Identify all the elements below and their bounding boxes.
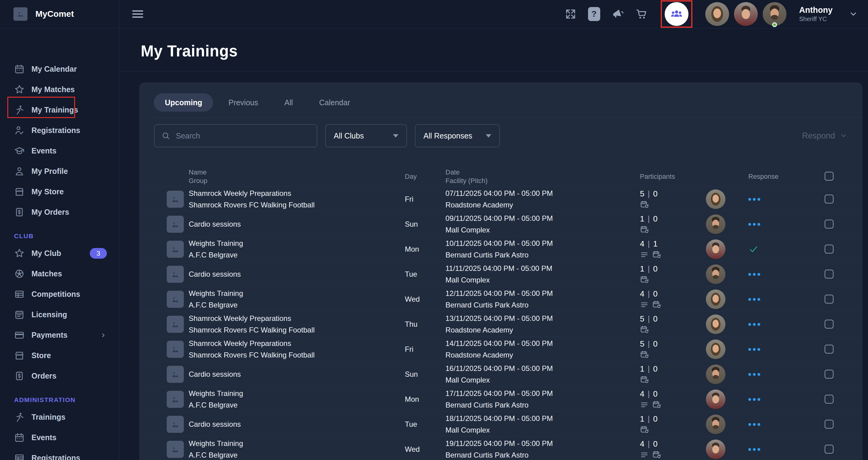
sidebar-item-my-orders[interactable]: My Orders: [0, 202, 119, 222]
training-thumbnail-image-icon: [167, 391, 184, 408]
sidebar-item-matches[interactable]: Matches: [0, 264, 119, 284]
calendar-sync-icon[interactable]: [640, 200, 649, 209]
sidebar-item-my-trainings[interactable]: My Trainings: [0, 100, 119, 120]
agenda-list-icon[interactable]: [640, 400, 649, 409]
tab-upcoming[interactable]: Upcoming: [154, 93, 213, 112]
calendar-sync-icon[interactable]: [652, 300, 661, 309]
row-checkbox[interactable]: [825, 295, 834, 303]
response-menu-button[interactable]: [748, 448, 760, 451]
sidebar-item-store[interactable]: Store: [0, 345, 119, 366]
help-icon[interactable]: ?: [588, 7, 600, 21]
training-name[interactable]: Weights Training: [189, 289, 390, 298]
sidebar-item-events[interactable]: Events: [0, 427, 119, 448]
training-name[interactable]: Shamrock Weekly Preparations: [189, 314, 390, 323]
respond-button-disabled[interactable]: Respond: [802, 131, 848, 141]
row-checkbox[interactable]: [825, 220, 834, 228]
participant-avatar[interactable]: [706, 239, 725, 259]
training-name[interactable]: Weights Training: [189, 389, 390, 398]
group-avatar-button[interactable]: [665, 2, 688, 26]
training-name[interactable]: Cardio sessions: [189, 420, 390, 429]
training-name[interactable]: Cardio sessions: [189, 270, 390, 278]
fullscreen-icon[interactable]: [564, 8, 577, 21]
sidebar-item-my-store[interactable]: My Store: [0, 182, 119, 202]
response-menu-button[interactable]: [748, 423, 760, 426]
calendar-sync-icon[interactable]: [640, 350, 649, 359]
row-checkbox[interactable]: [825, 270, 834, 278]
topbar-avatar-young-man[interactable]: [734, 2, 758, 26]
training-name[interactable]: Weights Training: [189, 439, 390, 448]
sidebar-item-my-calendar[interactable]: My Calendar: [0, 59, 119, 79]
training-name[interactable]: Weights Training: [189, 239, 390, 248]
row-checkbox[interactable]: [825, 345, 834, 354]
row-checkbox[interactable]: [825, 370, 834, 379]
response-menu-button[interactable]: [748, 223, 760, 226]
tab-calendar[interactable]: Calendar: [308, 93, 361, 112]
sidebar-item-competitions[interactable]: Competitions: [0, 284, 119, 304]
sidebar-item-licensing[interactable]: Licensing: [0, 304, 119, 325]
sidebar-item-my-profile[interactable]: My Profile: [0, 161, 119, 182]
agenda-list-icon[interactable]: [640, 300, 649, 309]
training-name[interactable]: Shamrock Weekly Preparations: [189, 339, 390, 348]
row-checkbox[interactable]: [825, 395, 834, 403]
tab-all[interactable]: All: [273, 93, 304, 112]
response-menu-button[interactable]: [748, 298, 760, 301]
participant-avatar[interactable]: [706, 415, 725, 434]
participant-avatar[interactable]: [706, 390, 725, 409]
participant-avatar[interactable]: [706, 315, 725, 334]
sidebar-item-events[interactable]: Events: [0, 141, 119, 161]
participant-avatar[interactable]: [706, 290, 725, 309]
training-name[interactable]: Cardio sessions: [189, 220, 390, 228]
response-menu-button[interactable]: [748, 398, 760, 401]
brand: MyComet: [0, 0, 119, 28]
participant-avatar[interactable]: [706, 264, 725, 284]
participant-avatar[interactable]: [706, 190, 725, 209]
search-input[interactable]: [176, 131, 310, 140]
row-checkbox[interactable]: [825, 244, 834, 254]
sidebar-item-my-matches[interactable]: My Matches: [0, 79, 119, 100]
participant-avatar[interactable]: [706, 339, 725, 359]
training-name[interactable]: Shamrock Weekly Preparations: [189, 189, 390, 198]
calendar-sync-icon[interactable]: [640, 425, 649, 434]
response-menu-button[interactable]: [748, 198, 760, 201]
training-name[interactable]: Cardio sessions: [189, 370, 390, 379]
row-checkbox[interactable]: [825, 420, 834, 429]
menu-toggle-icon[interactable]: [132, 8, 143, 20]
select-all-checkbox[interactable]: [825, 172, 834, 180]
row-checkbox[interactable]: [825, 445, 834, 454]
row-checkbox[interactable]: [825, 320, 834, 329]
user-block[interactable]: Anthony Sheriff YC: [799, 5, 833, 23]
participant-avatar[interactable]: [706, 439, 725, 459]
topbar-avatar-beard-man[interactable]: [763, 2, 786, 26]
calendar-sync-icon[interactable]: [652, 450, 661, 459]
response-menu-button[interactable]: [748, 348, 760, 351]
participant-avatar[interactable]: [706, 215, 725, 234]
response-filter-select[interactable]: All Responses: [415, 124, 500, 147]
tab-previous[interactable]: Previous: [217, 93, 269, 112]
club-filter-select[interactable]: All Clubs: [325, 124, 407, 147]
participant-avatar[interactable]: [706, 364, 725, 384]
announcements-icon[interactable]: [611, 8, 624, 21]
sidebar-item-orders[interactable]: Orders: [0, 366, 119, 386]
response-menu-button[interactable]: [748, 273, 760, 276]
calendar-sync-icon[interactable]: [640, 375, 649, 384]
chevron-down-icon[interactable]: [848, 8, 859, 20]
sidebar-item-registrations[interactable]: Registrations: [0, 120, 119, 141]
training-day: Tue: [405, 262, 417, 287]
sidebar-item-trainings[interactable]: Trainings: [0, 407, 119, 427]
search-box[interactable]: [154, 124, 317, 147]
sidebar-item-registrations[interactable]: Registrations: [0, 448, 119, 460]
response-menu-button[interactable]: [748, 373, 760, 376]
calendar-sync-icon[interactable]: [652, 400, 661, 409]
response-menu-button[interactable]: [748, 323, 760, 326]
calendar-sync-icon[interactable]: [640, 225, 649, 234]
calendar-sync-icon[interactable]: [652, 250, 661, 259]
sidebar-item-my-club[interactable]: My Club3: [0, 243, 119, 264]
calendar-sync-icon[interactable]: [640, 275, 649, 284]
agenda-list-icon[interactable]: [640, 450, 649, 459]
agenda-list-icon[interactable]: [640, 250, 649, 259]
calendar-sync-icon[interactable]: [640, 325, 649, 334]
row-checkbox[interactable]: [825, 195, 834, 203]
sidebar-item-payments[interactable]: Payments: [0, 325, 119, 345]
topbar-avatar-woman[interactable]: [705, 2, 729, 26]
cart-icon[interactable]: [635, 8, 648, 21]
